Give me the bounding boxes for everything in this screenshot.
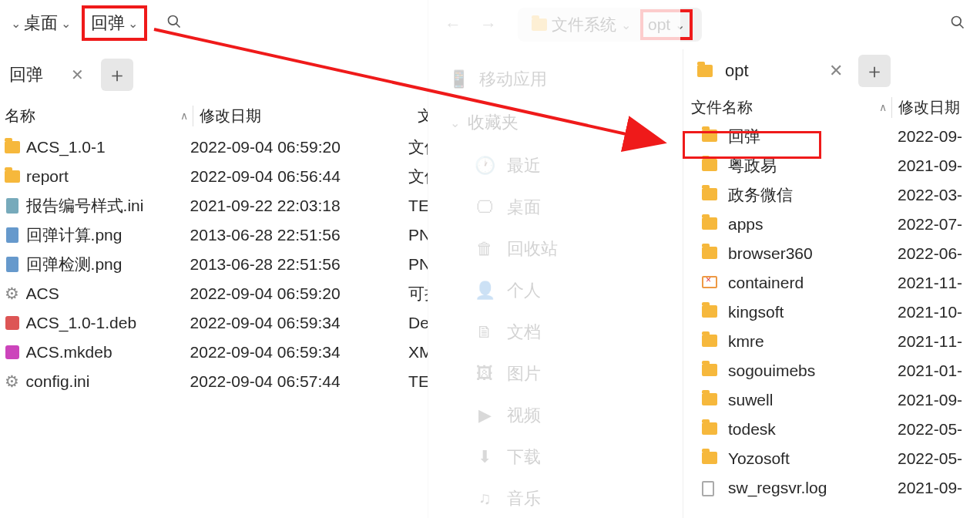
search-icon xyxy=(166,14,182,33)
tab-label: opt xyxy=(725,61,749,81)
file-name: suwell xyxy=(728,391,891,409)
file-name: apps xyxy=(728,215,891,234)
file-date: 2021-01- xyxy=(891,362,978,380)
file-date: 2021-09- xyxy=(891,391,978,409)
file-name: kmre xyxy=(728,332,891,351)
file-date: 2022-06- xyxy=(891,244,978,263)
file-row[interactable]: sw_regsvr.log 2021-09- xyxy=(683,473,980,503)
column-name[interactable]: 名称 ∧ xyxy=(5,106,193,126)
image-file-icon xyxy=(6,257,18,272)
file-name: ACS_1.0-1 xyxy=(26,138,189,156)
file-row[interactable]: Yozosoft 2022-05- xyxy=(683,444,980,473)
svg-point-0 xyxy=(169,15,178,25)
file-date: 2022-09-04 06:59:20 xyxy=(189,138,402,156)
new-tab-button[interactable]: ＋ xyxy=(101,59,133,91)
column-date[interactable]: 修改日期 xyxy=(891,97,978,118)
folder-icon xyxy=(702,305,717,318)
file-row[interactable]: suwell 2021-09- xyxy=(683,385,980,415)
breadcrumb-label: 回弹 xyxy=(91,12,125,35)
plus-icon: ＋ xyxy=(107,62,127,89)
file-name: sw_regsvr.log xyxy=(728,479,891,497)
tab-label: 回弹 xyxy=(9,63,43,86)
file-row[interactable]: apps 2022-07- xyxy=(683,210,980,239)
svg-line-3 xyxy=(960,25,964,29)
new-tab-button[interactable]: ＋ xyxy=(858,55,891,87)
file-date: 2022-05- xyxy=(891,449,978,468)
file-row[interactable]: sogouimebs 2021-01- xyxy=(683,356,980,385)
folder-icon xyxy=(702,247,717,259)
file-name: sogouimebs xyxy=(728,362,891,380)
breadcrumb-huitan[interactable]: 回弹 ⌄ xyxy=(82,5,147,41)
breadcrumb-label: 桌面 xyxy=(24,12,58,35)
file-name: ACS.mkdeb xyxy=(26,343,189,362)
ini-file-icon xyxy=(6,198,18,214)
file-date: 2013-06-28 22:51:56 xyxy=(189,255,403,274)
chevron-down-icon: ⌄ xyxy=(11,16,21,31)
gear-icon: ⚙ xyxy=(5,284,19,303)
file-date: 2022-09-04 06:59:20 xyxy=(189,284,403,303)
file-date: 2013-06-28 22:51:56 xyxy=(189,226,403,244)
svg-point-2 xyxy=(952,17,962,26)
file-row[interactable]: browser360 2022-06- xyxy=(683,239,980,268)
folder-icon xyxy=(697,65,713,77)
sort-asc-icon: ∧ xyxy=(879,101,887,113)
tab-close-button[interactable]: ✕ xyxy=(829,61,843,81)
right-file-list: 回弹 2022-09- 粤政易 2021-09- 政务微信 2022-03- a… xyxy=(683,122,980,503)
search-button[interactable] xyxy=(163,12,186,35)
breadcrumb-desktop[interactable]: ⌄ 桌面 ⌄ xyxy=(5,8,77,38)
folder-icon xyxy=(702,217,717,230)
tab-close-button[interactable]: ✕ xyxy=(71,66,84,84)
file-date: 2022-09-04 06:57:44 xyxy=(189,372,403,391)
file-date: 2022-07- xyxy=(891,215,978,234)
file-date: 2021-09-22 22:03:18 xyxy=(189,197,403,215)
file-name: ACS_1.0-1.deb xyxy=(26,314,189,332)
file-name: ACS xyxy=(26,284,189,303)
svg-line-1 xyxy=(176,23,180,27)
gear-icon: ⚙ xyxy=(5,372,19,391)
file-date: 2022-03- xyxy=(891,186,978,204)
chevron-down-icon: ⌄ xyxy=(128,16,138,31)
folder-icon xyxy=(702,188,717,200)
mkdeb-file-icon xyxy=(5,345,19,359)
file-name: containerd xyxy=(728,274,891,292)
file-row[interactable]: 政务微信 2022-03- xyxy=(683,180,980,210)
file-date: 2022-05- xyxy=(891,420,978,439)
folder-icon xyxy=(702,364,717,376)
folder-icon xyxy=(702,452,717,464)
plus-icon: ＋ xyxy=(864,58,884,85)
tab-opt[interactable]: opt ✕ xyxy=(690,56,855,86)
search-icon xyxy=(950,15,965,35)
search-button[interactable] xyxy=(944,11,972,39)
file-name: kingsoft xyxy=(728,303,891,321)
file-name: 报告编号样式.ini xyxy=(26,195,189,217)
file-name: 回弹检测.png xyxy=(26,254,189,275)
sort-asc-icon: ∧ xyxy=(180,109,188,122)
file-date: 2021-09- xyxy=(891,479,978,497)
log-file-icon xyxy=(702,481,714,496)
folder-icon xyxy=(702,335,717,347)
file-name: report xyxy=(26,167,189,186)
file-date: 2022-09-04 06:56:44 xyxy=(189,167,402,186)
file-date: 2021-11- xyxy=(891,332,978,351)
file-name: config.ini xyxy=(26,372,189,391)
deb-package-icon xyxy=(5,316,19,330)
column-name[interactable]: 文件名称 ∧ xyxy=(688,97,891,118)
folder-icon xyxy=(702,159,717,171)
tab-huitan[interactable]: 回弹 ✕ xyxy=(0,59,98,91)
column-date[interactable]: 修改日期 xyxy=(193,106,411,126)
restricted-folder-icon xyxy=(702,276,717,288)
file-row[interactable]: containerd 2021-11- xyxy=(683,268,980,298)
file-name: Yozosoft xyxy=(728,449,891,468)
file-date: 2021-09- xyxy=(891,156,978,175)
folder-icon xyxy=(702,393,717,405)
folder-icon xyxy=(702,422,717,435)
file-row[interactable]: todesk 2022-05- xyxy=(683,415,980,444)
file-name: 政务微信 xyxy=(728,184,891,206)
annotation-target-box xyxy=(683,131,821,159)
image-file-icon xyxy=(6,227,18,243)
file-row[interactable]: kingsoft 2021-10- xyxy=(683,298,980,327)
file-date: 2022-09- xyxy=(891,127,978,146)
right-main: opt ✕ ＋ 文件名称 ∧ 修改日期 回弹 2022-09- 粤政易 2021… xyxy=(683,49,980,518)
file-date: 2021-10- xyxy=(891,303,978,321)
file-row[interactable]: kmre 2021-11- xyxy=(683,327,980,356)
